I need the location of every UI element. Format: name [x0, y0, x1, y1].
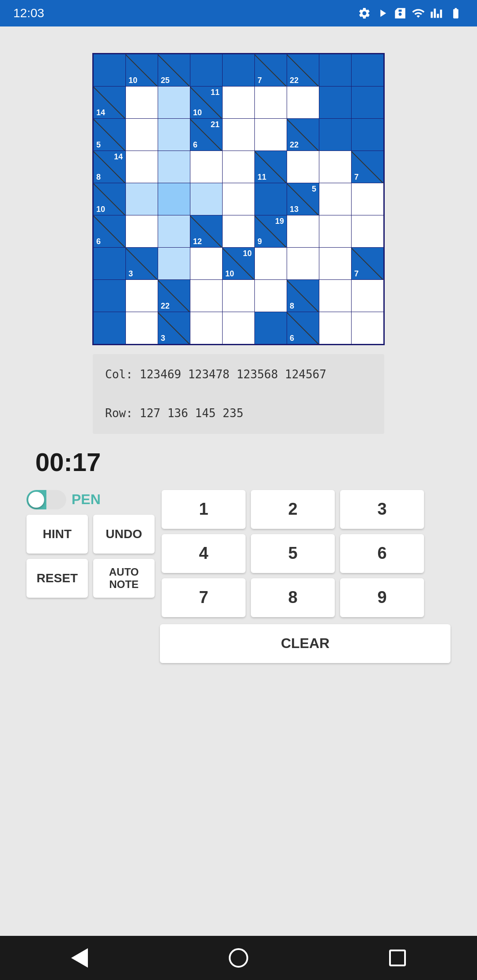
cell-r9c4[interactable] — [190, 312, 222, 344]
cell-r4c1: 14 8 — [94, 151, 125, 183]
cell-r9c2[interactable] — [126, 312, 158, 344]
info-box: Col: 123469 123478 123568 124567 Row: 12… — [93, 354, 384, 434]
cell-r4c7[interactable] — [287, 151, 319, 183]
cell-r5c9[interactable] — [352, 183, 383, 215]
cell-r2c5[interactable] — [223, 87, 254, 118]
num-btn-9[interactable]: 9 — [340, 578, 424, 617]
num-btn-4[interactable]: 4 — [162, 534, 246, 573]
wifi-icon — [412, 7, 425, 20]
clear-spacer — [26, 624, 155, 663]
cell-r1c4 — [190, 54, 222, 86]
cell-r3c7: 22 — [287, 119, 319, 151]
cell-r8c1 — [94, 280, 125, 312]
cell-r9c7: 6 — [287, 312, 319, 344]
cell-r8c5[interactable] — [223, 280, 254, 312]
clear-row: CLEAR — [26, 624, 450, 663]
cell-r3c1: 5 — [94, 119, 125, 151]
cell-r6c7[interactable] — [287, 215, 319, 247]
clear-button[interactable]: CLEAR — [160, 624, 450, 663]
hint-button[interactable]: HINT — [26, 515, 88, 554]
cell-r4c4[interactable] — [190, 151, 222, 183]
numpad-row-2: 4 5 6 — [162, 534, 424, 573]
cell-r4c8[interactable] — [319, 151, 351, 183]
cell-r1c9 — [352, 54, 383, 86]
undo-button[interactable]: UNDO — [93, 515, 155, 554]
cell-r6c9[interactable] — [352, 215, 383, 247]
cell-r8c8[interactable] — [319, 280, 351, 312]
num-btn-5[interactable]: 5 — [251, 534, 335, 573]
cell-r8c6[interactable] — [255, 280, 287, 312]
signal-bars-icon — [430, 7, 443, 19]
numpad: 1 2 3 4 5 6 7 8 9 — [162, 490, 424, 617]
num-btn-2[interactable]: 2 — [251, 490, 335, 529]
left-controls: PEN HINT UNDO RESET AUTONOTE — [26, 490, 155, 598]
cell-r4c3[interactable] — [158, 151, 190, 183]
pen-label: PEN — [72, 491, 101, 508]
cell-r5c5[interactable] — [223, 183, 254, 215]
cell-r6c5[interactable] — [223, 215, 254, 247]
cell-r5c3-selected[interactable] — [158, 183, 190, 215]
cell-r9c9[interactable] — [352, 312, 383, 344]
pen-toggle-row: PEN — [26, 490, 155, 509]
cell-r4c5[interactable] — [223, 151, 254, 183]
cell-r8c4[interactable] — [190, 280, 222, 312]
cell-r6c2[interactable] — [126, 215, 158, 247]
cell-r7c1 — [94, 248, 125, 279]
cell-r5c8[interactable] — [319, 183, 351, 215]
cell-r7c6[interactable] — [255, 248, 287, 279]
cell-r1c2: 10 — [126, 54, 158, 86]
cell-r5c4[interactable] — [190, 183, 222, 215]
toggle-knob — [28, 492, 44, 508]
cell-r6c4: 12 — [190, 215, 222, 247]
cell-r7c4[interactable] — [190, 248, 222, 279]
cell-r3c4: 21 6 — [190, 119, 222, 151]
num-btn-7[interactable]: 7 — [162, 578, 246, 617]
cell-r5c2[interactable] — [126, 183, 158, 215]
reset-button[interactable]: RESET — [26, 559, 88, 598]
home-nav-button[interactable] — [225, 945, 252, 971]
kakuro-grid[interactable]: 10 25 7 22 14 11 10 — [92, 53, 385, 345]
auto-note-button[interactable]: AUTONOTE — [93, 559, 155, 598]
nav-bar — [0, 936, 477, 980]
cell-r5c6 — [255, 183, 287, 215]
cell-r6c8[interactable] — [319, 215, 351, 247]
cell-r2c3[interactable] — [158, 87, 190, 118]
cell-r8c9[interactable] — [352, 280, 383, 312]
cell-r9c5[interactable] — [223, 312, 254, 344]
num-btn-6[interactable]: 6 — [340, 534, 424, 573]
cell-r3c9 — [352, 119, 383, 151]
back-nav-button[interactable] — [66, 945, 93, 971]
cell-r2c6[interactable] — [255, 87, 287, 118]
cell-r8c2[interactable] — [126, 280, 158, 312]
num-btn-1[interactable]: 1 — [162, 490, 246, 529]
cell-r2c2[interactable] — [126, 87, 158, 118]
cell-r9c8[interactable] — [319, 312, 351, 344]
cell-r6c6: 19 9 — [255, 215, 287, 247]
cell-r7c3[interactable] — [158, 248, 190, 279]
cell-r7c7[interactable] — [287, 248, 319, 279]
cell-r9c1 — [94, 312, 125, 344]
cell-r3c2[interactable] — [126, 119, 158, 151]
num-btn-3[interactable]: 3 — [340, 490, 424, 529]
cell-r2c7[interactable] — [287, 87, 319, 118]
numpad-row-3: 7 8 9 — [162, 578, 424, 617]
cell-r1c7: 22 — [287, 54, 319, 86]
cell-r1c5 — [223, 54, 254, 86]
cell-r8c3: 22 — [158, 280, 190, 312]
cell-r6c3[interactable] — [158, 215, 190, 247]
row-label: Row: — [105, 407, 133, 420]
cell-r1c3: 25 — [158, 54, 190, 86]
pen-toggle[interactable] — [26, 490, 66, 509]
num-btn-8[interactable]: 8 — [251, 578, 335, 617]
cell-r7c5: 10 10 — [223, 248, 254, 279]
cell-r3c6[interactable] — [255, 119, 287, 151]
cell-r3c5[interactable] — [223, 119, 254, 151]
cell-r7c8[interactable] — [319, 248, 351, 279]
cell-r4c6: 11 — [255, 151, 287, 183]
cell-r4c2[interactable] — [126, 151, 158, 183]
col-values: 123469 123478 123568 124567 — [140, 368, 326, 381]
timer-display: 00:17 — [9, 447, 468, 477]
row-values: 127 136 145 235 — [140, 407, 243, 420]
cell-r3c3[interactable] — [158, 119, 190, 151]
recents-nav-button[interactable] — [384, 945, 411, 971]
